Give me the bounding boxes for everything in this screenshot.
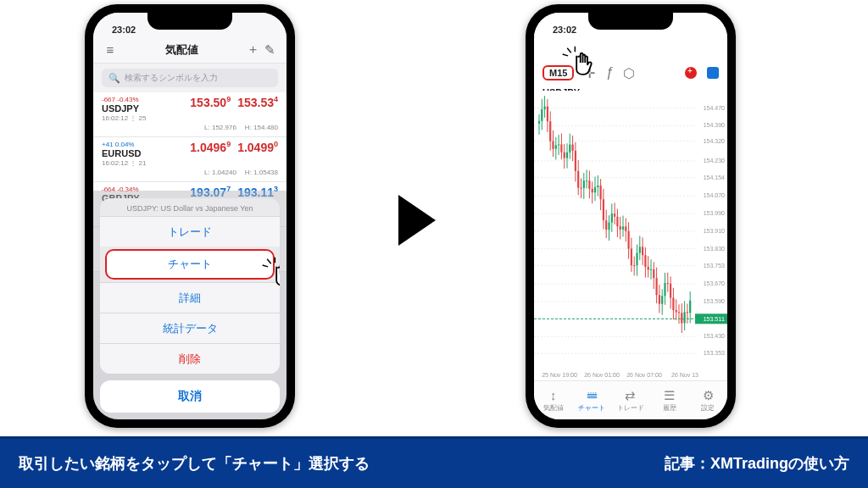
tab-bar: ↕気配値 ⩸チャート ⇄トレード ☰履歴 ⚙設定: [534, 380, 727, 419]
svg-rect-147: [687, 312, 688, 313]
svg-rect-139: [676, 310, 677, 312]
status-time: 23:02: [553, 25, 576, 35]
svg-text:26 Nov 13: 26 Nov 13: [671, 372, 698, 378]
sheet-opt-trade[interactable]: トレード: [100, 216, 280, 247]
tap-cursor-icon: [259, 256, 280, 293]
svg-rect-81: [594, 187, 596, 192]
svg-text:26 Nov 01:00: 26 Nov 01:00: [584, 372, 620, 378]
svg-rect-77: [588, 180, 590, 189]
svg-text:154.154: 154.154: [704, 175, 725, 180]
sheet-opt-chart[interactable]: チャート: [105, 249, 275, 280]
svg-text:153.590: 153.590: [704, 298, 725, 304]
objects-icon[interactable]: ⬡: [623, 65, 635, 81]
svg-text:153.910: 153.910: [704, 228, 725, 234]
svg-rect-115: [642, 247, 643, 255]
tab-trade[interactable]: ⇄トレード: [611, 381, 650, 419]
svg-rect-45: [544, 107, 546, 109]
menu-icon[interactable]: ≡: [102, 42, 119, 57]
tab-quotes[interactable]: ↕気配値: [534, 381, 573, 419]
svg-rect-123: [653, 269, 654, 278]
svg-rect-97: [616, 217, 618, 226]
svg-rect-129: [661, 296, 663, 304]
svg-rect-73: [583, 180, 585, 188]
phone-frame-quotes: 23:02 ≡ 気配値 ＋ ✎ 🔍 検索するシンボルを入力 -667 -0.43…: [85, 4, 295, 428]
svg-rect-99: [620, 226, 621, 230]
tab-history[interactable]: ☰履歴: [650, 381, 689, 419]
svg-rect-107: [631, 249, 632, 266]
svg-rect-51: [552, 141, 554, 149]
svg-rect-111: [636, 253, 637, 266]
tap-cursor-icon: [559, 45, 597, 82]
svg-rect-125: [656, 278, 658, 295]
svg-rect-71: [580, 188, 581, 189]
chart-area[interactable]: 154.470154.390154.320154.230154.154154.0…: [534, 91, 727, 380]
svg-rect-121: [650, 269, 652, 270]
svg-rect-103: [625, 226, 626, 230]
svg-text:26 Nov 07:00: 26 Nov 07:00: [626, 372, 662, 378]
svg-text:153.830: 153.830: [704, 246, 725, 252]
svg-line-3: [567, 48, 571, 53]
svg-rect-55: [558, 144, 559, 145]
svg-rect-137: [672, 297, 674, 310]
svg-rect-89: [605, 220, 607, 230]
svg-text:153.511: 153.511: [704, 316, 725, 322]
svg-rect-141: [678, 312, 680, 313]
trade-panel-icon[interactable]: [707, 67, 719, 79]
svg-rect-67: [575, 151, 576, 171]
header-title: 気配値: [119, 42, 244, 58]
sheet-opt-stats[interactable]: 統計データ: [100, 313, 280, 343]
svg-text:154.320: 154.320: [704, 138, 725, 144]
svg-rect-57: [560, 144, 562, 152]
caption-bar: 取引したい銘柄をタップして「チャート」選択する 記事：XMTradingの使い方: [0, 436, 868, 488]
new-order-icon[interactable]: +: [685, 67, 697, 79]
svg-rect-127: [659, 295, 660, 304]
svg-rect-113: [639, 247, 641, 252]
svg-text:153.670: 153.670: [704, 280, 725, 286]
svg-rect-109: [633, 265, 635, 266]
action-sheet-title: USDJPY: US Dollar vs Japanese Yen: [100, 198, 280, 216]
svg-rect-61: [566, 152, 568, 158]
svg-text:154.070: 154.070: [704, 192, 725, 198]
phone-frame-chart: 23:02 M15 ✛ ƒ ⬡ +: [526, 4, 736, 428]
svg-rect-63: [569, 145, 570, 152]
svg-rect-53: [555, 145, 557, 148]
svg-rect-101: [622, 226, 624, 230]
search-input[interactable]: 🔍 検索するシンボルを入力: [102, 69, 278, 87]
search-placeholder: 検索するシンボルを入力: [125, 72, 218, 84]
sheet-opt-delete[interactable]: 削除: [100, 343, 280, 374]
svg-rect-79: [592, 189, 593, 192]
svg-rect-47: [547, 107, 548, 122]
add-icon[interactable]: ＋: [244, 42, 261, 58]
svg-text:153.353: 153.353: [704, 350, 725, 356]
svg-rect-41: [538, 121, 540, 124]
sheet-cancel[interactable]: 取消: [100, 380, 280, 413]
svg-rect-105: [628, 231, 630, 249]
svg-rect-69: [577, 171, 579, 188]
quote-row[interactable]: +41 0.04%EURUSD16:02:12 ⋮ 211.049691.049…: [93, 137, 287, 182]
sheet-opt-detail[interactable]: 詳細: [100, 282, 280, 313]
svg-rect-65: [572, 145, 574, 151]
action-sheet: USDJPY: US Dollar vs Japanese Yen トレード チ…: [100, 198, 280, 413]
phone-notch: [588, 13, 673, 30]
edit-icon[interactable]: ✎: [261, 42, 278, 58]
quotes-header: ≡ 気配値 ＋ ✎: [93, 36, 287, 64]
svg-text:153.430: 153.430: [704, 333, 725, 339]
svg-text:154.470: 154.470: [704, 105, 725, 111]
svg-text:154.390: 154.390: [704, 122, 725, 128]
svg-rect-87: [603, 199, 604, 220]
svg-rect-75: [586, 180, 587, 181]
search-icon: 🔍: [108, 73, 120, 84]
svg-rect-43: [541, 109, 542, 121]
svg-rect-117: [644, 255, 646, 267]
tab-settings[interactable]: ⚙設定: [688, 381, 727, 419]
quote-row[interactable]: -667 -0.43%USDJPY16:02:12 ⋮ 25153.509153…: [93, 92, 287, 137]
svg-text:154.230: 154.230: [704, 158, 725, 164]
svg-rect-119: [648, 267, 649, 270]
svg-line-4: [563, 54, 568, 56]
tab-chart[interactable]: ⩸チャート: [573, 381, 612, 419]
svg-rect-145: [684, 312, 686, 323]
svg-rect-49: [549, 121, 551, 141]
svg-rect-83: [597, 186, 598, 187]
svg-rect-59: [564, 152, 565, 158]
indicator-icon[interactable]: ƒ: [605, 65, 613, 80]
